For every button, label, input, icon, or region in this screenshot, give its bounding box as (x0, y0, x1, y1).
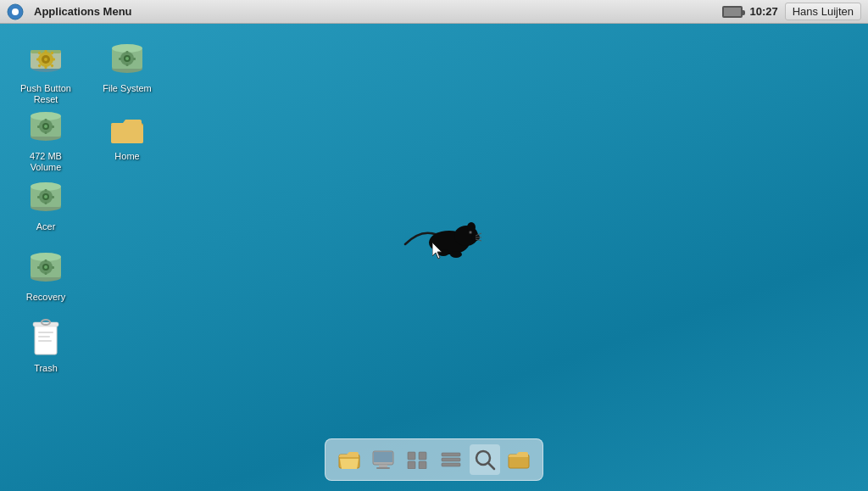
svg-point-43 (44, 195, 47, 198)
clock: 10:27 (749, 5, 777, 18)
svg-point-21 (125, 57, 129, 60)
svg-point-68 (469, 231, 472, 234)
dock-search-button[interactable] (470, 444, 500, 475)
desktop-icon-volume-472mb[interactable]: 472 MB Volume (12, 103, 80, 176)
svg-rect-22 (126, 51, 129, 53)
svg-point-73 (437, 249, 449, 256)
volume-472mb-label: 472 MB Volume (15, 151, 76, 173)
desktop-icon-acer[interactable]: Acer (12, 174, 80, 236)
svg-rect-60 (38, 332, 53, 333)
desktop-icon-trash[interactable]: Trash (12, 315, 80, 377)
svg-rect-79 (376, 467, 390, 469)
svg-rect-24 (119, 58, 121, 60)
desktop-icon-recovery[interactable]: Recovery (12, 244, 80, 306)
trash-label: Trash (34, 363, 58, 374)
svg-rect-58 (35, 325, 57, 354)
svg-point-64 (429, 231, 470, 254)
svg-rect-84 (442, 453, 460, 456)
desktop-icon-push-button-reset[interactable]: Push Button Reset (12, 36, 80, 109)
svg-rect-33 (45, 131, 47, 134)
svg-rect-46 (37, 196, 40, 198)
svg-rect-55 (45, 272, 47, 275)
svg-point-69 (470, 232, 471, 233)
svg-rect-54 (45, 259, 47, 262)
svg-rect-34 (37, 126, 40, 128)
svg-rect-78 (379, 465, 387, 467)
dock-grid-view-button[interactable] (402, 444, 432, 475)
svg-rect-11 (52, 59, 55, 61)
svg-point-74 (450, 251, 462, 258)
svg-rect-57 (52, 266, 54, 269)
username[interactable]: Hans Luijten (785, 3, 861, 20)
push-button-reset-label: Push Button Reset (15, 83, 76, 105)
home-label: Home (114, 151, 139, 162)
svg-rect-82 (408, 461, 415, 469)
push-button-reset-icon (25, 39, 66, 80)
svg-rect-8 (45, 50, 47, 53)
app-menu-icon (7, 3, 24, 20)
svg-line-70 (476, 233, 481, 236)
dock-list-view-button[interactable] (436, 444, 466, 475)
dock (325, 438, 543, 481)
dock-navigate-button[interactable] (504, 444, 534, 475)
app-menu-label: Applications Menu (34, 5, 132, 18)
dock-desktop-button[interactable] (368, 444, 398, 475)
recovery-label: Recovery (26, 292, 65, 303)
svg-point-67 (471, 234, 480, 241)
svg-rect-9 (45, 65, 47, 69)
trash-icon (25, 319, 66, 360)
battery-indicator (722, 6, 743, 18)
taskbar: Applications Menu 10:27 Hans Luijten (0, 0, 868, 24)
svg-rect-83 (419, 461, 426, 469)
svg-line-88 (488, 463, 494, 469)
svg-rect-25 (133, 58, 136, 60)
home-icon (107, 107, 147, 148)
svg-point-31 (44, 125, 47, 128)
svg-point-66 (467, 222, 476, 232)
acer-label: Acer (36, 221, 56, 232)
dock-open-folder-button[interactable] (334, 444, 364, 475)
svg-rect-10 (36, 59, 40, 61)
volume-472mb-icon (25, 107, 66, 148)
svg-rect-61 (38, 336, 50, 338)
svg-rect-37 (111, 125, 143, 143)
svg-point-7 (44, 58, 47, 61)
desktop-icon-home[interactable]: Home (93, 103, 161, 165)
app-menu-button[interactable]: Applications Menu (29, 3, 137, 20)
svg-rect-86 (442, 463, 460, 466)
desktop-icon-file-system[interactable]: File System (93, 36, 161, 98)
svg-rect-85 (442, 458, 460, 461)
svg-line-72 (476, 239, 481, 241)
taskbar-right: 10:27 Hans Luijten (722, 3, 861, 20)
svg-point-65 (454, 226, 478, 246)
svg-rect-81 (419, 452, 426, 460)
svg-rect-32 (45, 119, 47, 121)
mouse-cursor (432, 243, 446, 263)
mouse-creature (397, 210, 473, 261)
svg-rect-35 (52, 126, 54, 128)
svg-rect-44 (45, 189, 47, 192)
taskbar-left: Applications Menu (7, 3, 137, 20)
svg-point-53 (44, 265, 47, 269)
svg-rect-80 (408, 452, 415, 460)
svg-rect-45 (45, 202, 47, 204)
acer-icon (25, 177, 66, 218)
svg-rect-77 (374, 452, 392, 462)
svg-rect-56 (37, 266, 40, 269)
recovery-icon (25, 248, 66, 288)
svg-rect-47 (52, 196, 54, 198)
svg-rect-62 (38, 340, 52, 342)
svg-rect-23 (126, 64, 129, 66)
svg-point-1 (12, 8, 19, 15)
file-system-label: File System (103, 83, 151, 94)
file-system-icon (107, 39, 147, 80)
